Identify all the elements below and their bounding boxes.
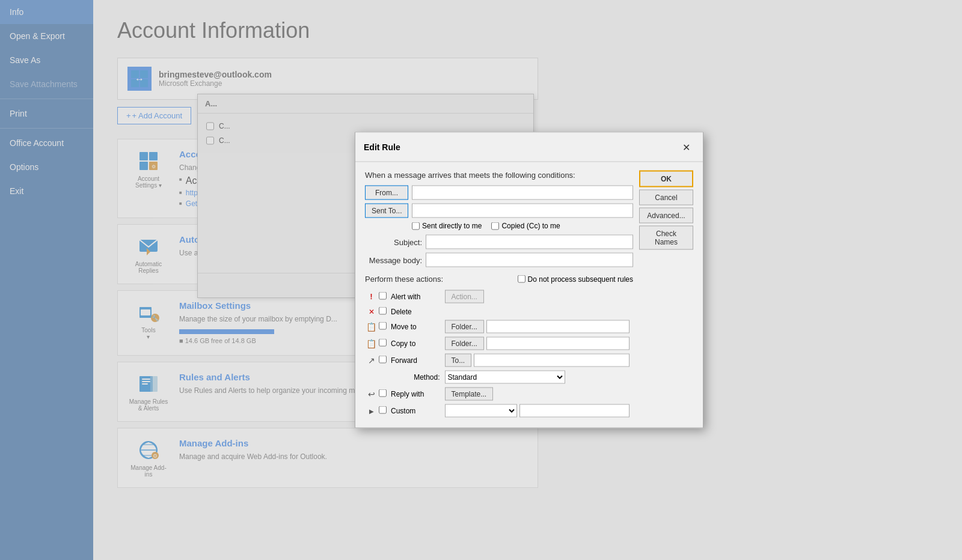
reply-label: Reply with xyxy=(391,390,424,398)
conditions-label: When a message arrives that meets the fo… xyxy=(365,171,633,180)
no-subsequent-checkbox[interactable] xyxy=(518,275,525,283)
action-forward-row: ↗ Forward To... xyxy=(365,352,633,369)
message-body-label: Message body: xyxy=(365,255,422,264)
dialog-sidebar-buttons: OK Cancel Advanced... Check Names xyxy=(639,171,693,419)
check-names-button[interactable]: Check Names xyxy=(639,226,693,250)
reply-icon: ↩ xyxy=(365,386,378,403)
delete-icon: ✕ xyxy=(365,305,378,318)
move-folder-button[interactable]: Folder... xyxy=(445,320,484,333)
forward-label: Forward xyxy=(391,356,417,365)
move-checkbox[interactable] xyxy=(379,322,387,330)
copy-folder-input[interactable] xyxy=(486,337,630,350)
edit-rule-dialog: Edit Rule ✕ When a message arrives that … xyxy=(355,132,703,428)
sent-to-row: Sent To... xyxy=(365,204,633,218)
dialog-main: When a message arrives that meets the fo… xyxy=(365,171,633,419)
sent-directly-checkbox[interactable] xyxy=(412,222,420,230)
custom-checkbox[interactable] xyxy=(379,406,387,414)
copy-label: Copy to xyxy=(391,339,415,348)
forward-to-button[interactable]: To... xyxy=(445,354,472,367)
subject-row: Subject: xyxy=(365,235,633,249)
actions-header: Perform these actions: Do not process su… xyxy=(365,275,633,284)
ok-button[interactable]: OK xyxy=(639,171,693,187)
custom-select[interactable] xyxy=(445,404,517,418)
move-icon: 📋 xyxy=(365,318,378,335)
copy-folder-button[interactable]: Folder... xyxy=(445,337,484,350)
action-custom-row: ▶ Custom xyxy=(365,403,633,419)
copied-cc-item: Copied (Cc) to me xyxy=(491,222,560,230)
method-label: Method: xyxy=(414,373,440,382)
dialog-close-button[interactable]: ✕ xyxy=(678,139,694,156)
copy-checkbox[interactable] xyxy=(379,339,387,347)
copied-cc-checkbox[interactable] xyxy=(491,222,499,230)
sent-to-button[interactable]: Sent To... xyxy=(365,204,408,218)
dialog-body: When a message arrives that meets the fo… xyxy=(355,162,703,428)
from-row: From... xyxy=(365,186,633,200)
from-input[interactable] xyxy=(412,186,633,200)
delete-checkbox[interactable] xyxy=(379,307,387,315)
no-subsequent-row: Do not process subsequent rules xyxy=(518,275,633,283)
no-subsequent-label: Do not process subsequent rules xyxy=(528,275,633,283)
reply-checkbox[interactable] xyxy=(379,389,387,397)
reply-template-button[interactable]: Template... xyxy=(445,388,494,401)
dialog-title: Edit Rule xyxy=(364,142,400,152)
sent-to-input[interactable] xyxy=(412,204,633,218)
move-label: Move to xyxy=(391,323,417,331)
custom-expand-icon: ▶ xyxy=(365,403,378,419)
cancel-button[interactable]: Cancel xyxy=(639,190,693,205)
action-delete-row: ✕ Delete xyxy=(365,305,633,318)
subject-input[interactable] xyxy=(426,235,633,249)
action-move-row: 📋 Move to Folder... xyxy=(365,318,633,335)
sent-directly-label: Sent directly to me xyxy=(422,222,482,230)
actions-label: Perform these actions: xyxy=(365,275,443,284)
alert-checkbox[interactable] xyxy=(379,292,387,300)
custom-input[interactable] xyxy=(519,404,630,418)
sent-directly-item: Sent directly to me xyxy=(412,222,482,230)
custom-label: Custom xyxy=(391,407,415,415)
dialog-titlebar: Edit Rule ✕ xyxy=(355,133,703,162)
action-method-row: Method: Standard As Attachment Redirect xyxy=(365,369,633,386)
delete-label: Delete xyxy=(391,308,412,316)
copy-icon: 📋 xyxy=(365,335,378,352)
checkbox-row: Sent directly to me Copied (Cc) to me xyxy=(412,222,633,230)
action-copy-row: 📋 Copy to Folder... xyxy=(365,335,633,352)
actions-table: ! Alert with Action... ✕ Delete xyxy=(365,288,633,419)
alert-label: Alert with xyxy=(391,293,420,301)
copied-cc-label: Copied (Cc) to me xyxy=(501,222,560,230)
forward-icon: ↗ xyxy=(365,352,378,369)
advanced-button[interactable]: Advanced... xyxy=(639,208,693,224)
action-alert-row: ! Alert with Action... xyxy=(365,288,633,305)
message-body-row: Message body: xyxy=(365,253,633,267)
move-folder-input[interactable] xyxy=(486,320,630,333)
alert-action-button[interactable]: Action... xyxy=(445,290,484,303)
alert-icon: ! xyxy=(365,288,378,305)
forward-checkbox[interactable] xyxy=(379,356,387,364)
forward-to-input[interactable] xyxy=(474,354,629,367)
subject-label: Subject: xyxy=(365,237,422,246)
from-button[interactable]: From... xyxy=(365,186,408,200)
message-body-input[interactable] xyxy=(426,253,633,267)
action-reply-row: ↩ Reply with Template... xyxy=(365,386,633,403)
method-select[interactable]: Standard As Attachment Redirect xyxy=(445,371,565,384)
